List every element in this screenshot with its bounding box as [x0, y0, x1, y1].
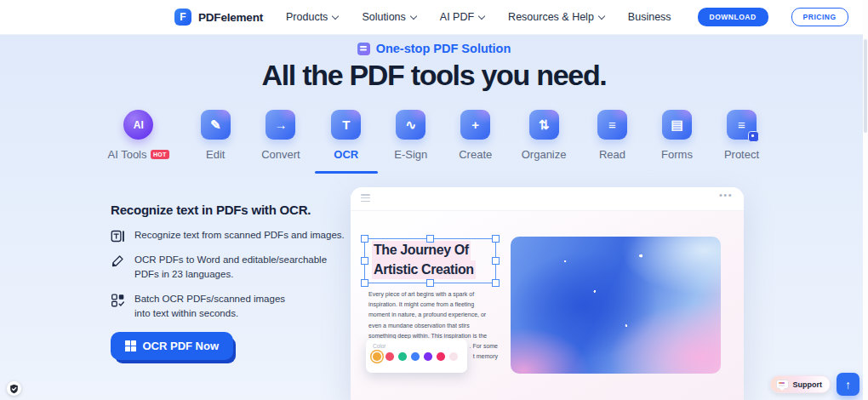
selection-handle	[426, 235, 434, 243]
color-swatch	[411, 352, 420, 361]
feature-heading: Recognize text in PDFs with OCR.	[111, 203, 351, 217]
chevron-down-icon	[598, 12, 605, 19]
document-title: The Journey Of Artistic Creation	[365, 239, 495, 279]
color-picker-popup: Color	[366, 339, 467, 373]
protect-icon: ≡	[727, 110, 757, 140]
recognize-text-icon	[111, 229, 125, 243]
selection-handle	[492, 279, 500, 287]
main-nav: Products Solutions AI PDF Resources & He…	[286, 11, 671, 23]
color-swatch	[373, 352, 381, 361]
color-swatch	[424, 352, 432, 361]
text-selection-box: The Journey Of Artistic Creation	[364, 238, 496, 283]
tab-forms[interactable]: ▤ Forms	[658, 110, 695, 161]
batch-ocr-icon	[111, 293, 125, 307]
nav-item-solutions[interactable]: Solutions	[362, 11, 415, 23]
color-swatches	[373, 352, 467, 361]
feature-bullets: Recognize text from scanned PDFs and ima…	[111, 228, 351, 321]
scrollbar-thumb[interactable]	[864, 39, 867, 133]
color-swatch	[398, 352, 407, 361]
color-popup-label: Color	[373, 343, 467, 349]
privacy-badge[interactable]	[7, 381, 21, 396]
ocr-icon: T	[331, 110, 361, 140]
chevron-down-icon	[478, 12, 485, 19]
download-button[interactable]: DOWNLOAD	[698, 8, 768, 26]
ocr-pdf-now-button[interactable]: OCR PDF Now	[111, 332, 233, 360]
shield-check-icon	[9, 384, 19, 394]
esign-icon: ∿	[396, 110, 425, 140]
forms-icon: ▤	[662, 110, 692, 140]
list-item: Batch OCR PDFs/scanned images into text …	[111, 292, 351, 322]
chevron-down-icon	[410, 12, 417, 19]
edit-icon: ✎	[201, 110, 231, 140]
nav-item-resources-help[interactable]: Resources & Help	[508, 11, 604, 23]
page-scrollbar	[863, 0, 868, 400]
tab-edit[interactable]: ✎ Edit	[197, 110, 234, 161]
tab-organize[interactable]: ⇅ Organize	[522, 110, 567, 161]
chevron-down-icon	[332, 12, 339, 19]
selection-handle	[361, 279, 368, 287]
nav-item-ai-pdf[interactable]: AI PDF	[440, 11, 484, 23]
list-item: Recognize text from scanned PDFs and ima…	[111, 228, 351, 243]
ai-tools-icon: AI	[123, 110, 153, 140]
page-title: All the PDF tools you need.	[0, 59, 868, 92]
pdf-solution-icon	[357, 43, 370, 55]
selection-handle	[426, 279, 434, 287]
pdfelement-logo-icon: F	[174, 9, 191, 26]
scroll-to-top-button[interactable]: ↑	[837, 373, 859, 396]
support-button[interactable]: Support	[770, 375, 831, 393]
hot-badge: HOT	[151, 150, 170, 159]
abstract-art-image	[511, 237, 721, 374]
windows-icon	[125, 340, 136, 351]
selection-handle	[361, 257, 368, 265]
hero-badge: One-stop PDF Solution	[0, 42, 868, 55]
tool-tabs: AI AI Tools HOT ✎ Edit → Convert T OCR ∿…	[0, 110, 868, 161]
tab-create[interactable]: + Create	[457, 110, 494, 161]
preview-toolbar: •••	[351, 187, 744, 211]
ocr-feature-panel: Recognize text in PDFs with OCR. Recogni…	[111, 203, 351, 360]
selection-handle	[492, 257, 500, 265]
tab-convert[interactable]: → Convert	[261, 110, 300, 161]
tab-ocr[interactable]: T OCR	[328, 110, 365, 161]
tab-read[interactable]: ≡ Read	[593, 110, 631, 161]
pencil-icon	[111, 254, 125, 268]
more-options-icon: •••	[719, 190, 733, 200]
chat-bubble-icon	[776, 380, 789, 390]
top-navbar: F PDFelement Products Solutions AI PDF R…	[0, 0, 868, 35]
ocr-preview-card: ••• The Journey Of Artistic Creation Eve…	[351, 187, 744, 400]
hamburger-menu-icon	[361, 194, 370, 203]
create-icon: +	[460, 110, 490, 140]
tab-protect[interactable]: ≡ Protect	[722, 110, 760, 161]
convert-icon: →	[266, 110, 295, 140]
brand-name: PDFelement	[198, 11, 263, 24]
color-swatch	[437, 352, 445, 361]
hero-badge-label: One-stop PDF Solution	[376, 42, 511, 55]
preview-document: The Journey Of Artistic Creation Every p…	[351, 211, 744, 400]
tab-esign[interactable]: ∿ E-Sign	[392, 110, 430, 161]
nav-item-products[interactable]: Products	[286, 11, 338, 23]
color-swatch	[385, 352, 394, 361]
brand-logo[interactable]: F PDFelement	[174, 9, 263, 26]
list-item: OCR PDFs to Word and editable/searchable…	[111, 253, 351, 283]
lock-icon	[748, 131, 759, 142]
nav-item-business[interactable]: Business	[628, 11, 671, 23]
tab-ai-tools[interactable]: AI AI Tools HOT	[108, 110, 170, 161]
organize-icon: ⇅	[529, 110, 559, 140]
selection-handle	[361, 235, 368, 243]
read-icon: ≡	[597, 110, 627, 140]
selection-handle	[492, 235, 500, 243]
color-swatch	[449, 352, 458, 361]
pricing-button[interactable]: PRICING	[791, 8, 848, 26]
